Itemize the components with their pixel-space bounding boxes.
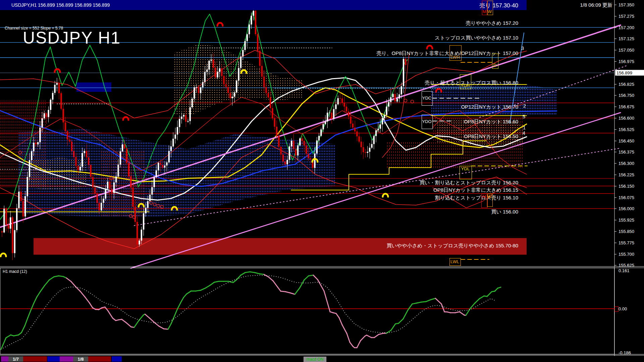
candle-body (96, 193, 98, 203)
macd-line (177, 303, 180, 309)
candle-body (137, 222, 138, 244)
day-segment (23, 356, 47, 362)
macd-line (108, 311, 113, 318)
macd-line (71, 282, 75, 287)
candle-body (386, 107, 387, 115)
candle-body (151, 187, 153, 194)
candle-body (261, 66, 263, 77)
candle-body (352, 124, 354, 128)
wave-number-label: 3 (521, 45, 524, 51)
axis-price-label: 156.675 (619, 104, 634, 109)
candle-body (22, 201, 24, 216)
marker-box-label: YDL (461, 166, 470, 171)
candle-body (166, 162, 167, 165)
candle-body (48, 110, 49, 117)
order-annotation: OP8日NYカット 156.60 (464, 119, 518, 125)
macd-line (374, 335, 379, 338)
macd-line (455, 312, 460, 313)
candle-body (69, 139, 70, 141)
macd-line (37, 292, 40, 297)
marker-box-label: W (487, 194, 491, 199)
macd-line (357, 341, 361, 348)
macd-line (241, 273, 245, 275)
candle-body (247, 34, 248, 41)
candle-body (92, 177, 94, 187)
marker-box-label: YDH (461, 83, 470, 88)
macd-signal-line (3, 275, 495, 348)
candle-body (242, 50, 244, 56)
day-date-label: 1/8 (77, 357, 84, 362)
day-segment (1, 356, 8, 362)
chain-circle-icon (404, 99, 407, 102)
candle-body (270, 98, 271, 108)
candle-body (318, 136, 320, 140)
candle-body (124, 144, 125, 148)
axis-tick (614, 39, 616, 39)
candle-body (257, 34, 258, 51)
candle-body (52, 93, 53, 100)
candle-body (149, 195, 151, 201)
macd-line (475, 299, 480, 303)
candle-body (396, 99, 398, 102)
candle-body (77, 166, 79, 170)
macd-line (350, 342, 353, 346)
candle-body (42, 118, 43, 128)
macd-line (49, 277, 54, 280)
macd-line (466, 308, 470, 315)
macd-line (281, 291, 285, 292)
axis-price-label: 157.275 (619, 13, 634, 18)
candle-body (194, 87, 195, 99)
macd-line (180, 298, 183, 303)
candle-body (255, 11, 256, 34)
candle-body (282, 155, 284, 162)
candle-body (170, 146, 172, 151)
candle-body (251, 16, 252, 24)
candle-body (174, 134, 176, 138)
macd-line (495, 288, 498, 291)
macd-line (28, 310, 31, 318)
marker-box-label: YDO (422, 119, 431, 124)
marker-box-label: M (483, 9, 486, 14)
candle-body (14, 230, 15, 253)
candle-body (238, 68, 239, 81)
symbol-quote-text: USDJPY,H1 156.899 156.899 156.899 156.89… (11, 2, 110, 8)
candle-body (181, 117, 182, 119)
swing-marker-icon (217, 23, 223, 26)
candle-body (46, 113, 47, 117)
candle-body (211, 60, 212, 61)
candle-body (107, 182, 108, 189)
macd-line (498, 287, 501, 288)
macd-toggle-button[interactable]: macd ON (304, 357, 326, 362)
axis-price-label: 157.200 (619, 25, 634, 30)
candle-body (280, 147, 281, 155)
candle-body (363, 147, 364, 152)
macd-line (431, 298, 435, 300)
macd-line (159, 326, 164, 329)
candle-body (403, 59, 404, 86)
macd-line (174, 309, 177, 316)
macd-line (435, 298, 441, 304)
macd-line (186, 291, 191, 294)
wave-number-label: 5 (523, 114, 525, 119)
candle-body (377, 129, 379, 130)
candle-body (259, 51, 260, 66)
axis-tick (614, 50, 616, 50)
order-annotation: 売り・超えるとストップロス買い 156.80 (425, 79, 518, 86)
axis-macd-top-label: 0.161 (619, 268, 630, 273)
chart-canvas[interactable] (0, 0, 644, 362)
axis-tick (614, 243, 616, 243)
candle-body (24, 196, 26, 216)
candle-body (20, 192, 22, 201)
macd-line (201, 288, 205, 290)
candle-body (253, 11, 254, 16)
candle-body (304, 141, 305, 145)
candle-body (232, 97, 233, 98)
axis-macd-bottom-label: -0.186 (619, 350, 631, 355)
candle-body (1, 231, 3, 232)
page-title: USDJPY H1 (23, 28, 121, 48)
marker-box-label: D (493, 63, 496, 68)
candle-body (308, 154, 309, 158)
axis-price-label: 157.125 (619, 36, 634, 41)
candle-body (356, 131, 358, 136)
candle-body (18, 192, 19, 208)
